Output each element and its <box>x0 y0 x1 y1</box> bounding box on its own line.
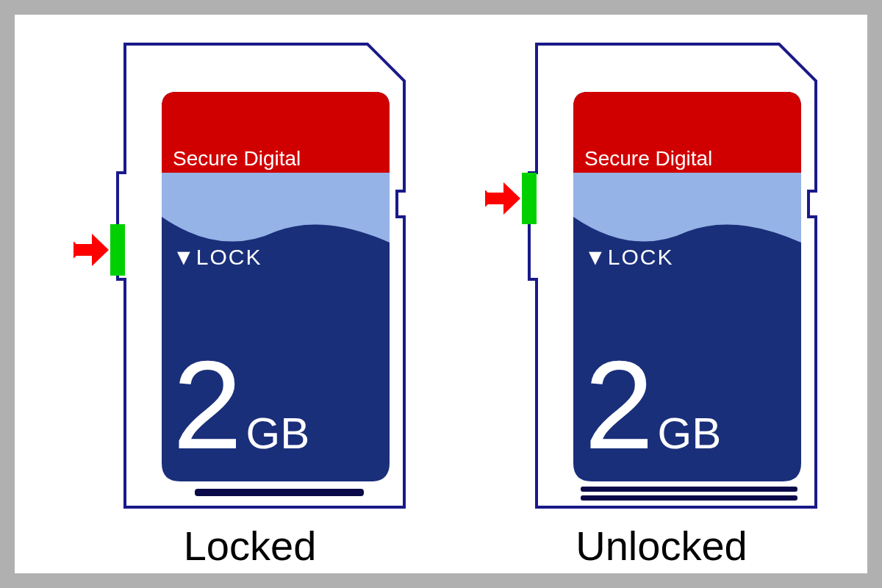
caption-locked: Locked <box>74 522 426 570</box>
svg-rect-1 <box>74 244 94 256</box>
bottom-accent-2 <box>581 495 797 501</box>
pointer-arrow-icon <box>74 234 109 266</box>
pointer-arrow-icon <box>485 182 520 215</box>
brand-text: Secure Digital <box>173 147 301 170</box>
caption-unlocked: Unlocked <box>485 522 838 570</box>
brand-text: Secure Digital <box>584 147 712 170</box>
lock-switch-locked <box>110 224 125 276</box>
bottom-accent <box>195 489 364 496</box>
lock-label: ▼LOCK <box>173 245 262 269</box>
diagram-frame: Secure Digital ▼LOCK 2GB <box>15 15 867 573</box>
lock-label: ▼LOCK <box>584 245 673 269</box>
lock-switch-unlocked <box>522 173 537 224</box>
bottom-accent-1 <box>581 487 797 492</box>
sd-card-locked: Secure Digital ▼LOCK 2GB <box>74 37 426 522</box>
sd-card-unlocked: Secure Digital ▼LOCK 2GB <box>485 37 838 522</box>
svg-rect-3 <box>485 193 506 204</box>
